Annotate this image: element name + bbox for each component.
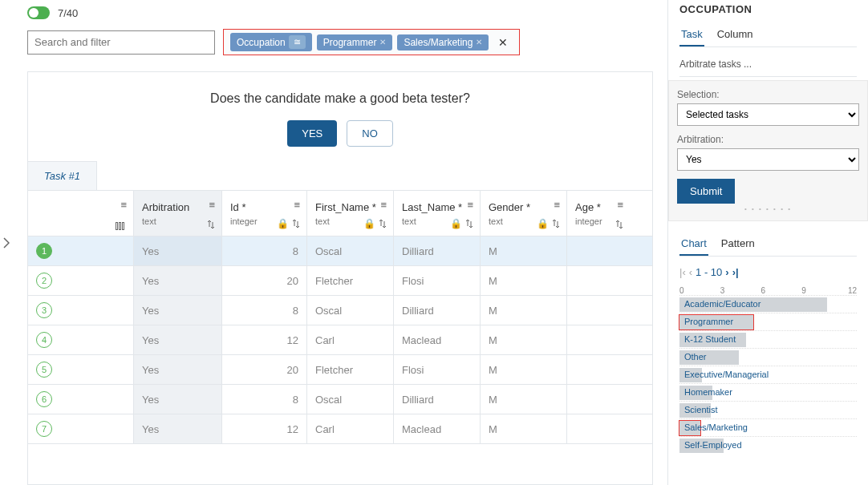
row-number-badge[interactable]: 5: [36, 362, 52, 378]
pager-first-icon[interactable]: |‹: [679, 266, 686, 278]
table-row[interactable]: 7Yes12CarlMacleadM: [28, 414, 652, 444]
sort-icon[interactable]: [615, 220, 623, 229]
chart-bar-row[interactable]: K-12 Student: [679, 330, 857, 348]
column-header[interactable]: ≡: [28, 191, 134, 236]
column-header[interactable]: First_Name *text≡🔒: [307, 191, 394, 236]
table-row[interactable]: 1Yes8OscalDilliardM: [28, 236, 652, 266]
row-number-badge[interactable]: 3: [36, 302, 52, 318]
side-tab-column[interactable]: Column: [716, 23, 755, 46]
filter-toggle[interactable]: [27, 6, 50, 19]
table-row[interactable]: 5Yes20FletcherFlosiM: [28, 355, 652, 385]
table-row[interactable]: 4Yes12CarlMacleadM: [28, 325, 652, 355]
cell-last-name: Maclead: [394, 325, 481, 354]
cell-arbitration: Yes: [134, 266, 222, 295]
cell-age: [567, 325, 630, 354]
filter-field-chip[interactable]: Occupation ≅: [230, 33, 312, 51]
pager-last-icon[interactable]: ›|: [732, 266, 739, 278]
sort-icon[interactable]: [465, 219, 473, 228]
cell-last-name: Dilliard: [394, 385, 481, 414]
chart-bar-row[interactable]: Scientist: [679, 401, 857, 418]
side-tab-task[interactable]: Task: [679, 23, 704, 46]
cell-arbitration: Yes: [134, 236, 222, 265]
column-header[interactable]: Last_Name *text≡🔒: [394, 191, 481, 236]
pager-prev-icon[interactable]: ‹: [689, 266, 692, 278]
lock-icon: 🔒: [537, 218, 549, 229]
arbitration-select[interactable]: Yes: [677, 148, 859, 171]
cell-age: [567, 266, 630, 295]
row-number-badge[interactable]: 7: [36, 421, 52, 437]
chart-bar-label: Sales/Marketing: [684, 422, 748, 432]
answer-yes-button[interactable]: YES: [287, 120, 337, 147]
row-number-badge[interactable]: 6: [36, 391, 52, 407]
table-row[interactable]: 6Yes8OscalDilliardM: [28, 385, 652, 414]
chart-bar-label: Self-Employed: [684, 440, 742, 450]
task-question: Does the candidate make a good beta test…: [28, 72, 652, 112]
cell-gender: M: [481, 414, 567, 443]
cell-last-name: Maclead: [394, 414, 481, 443]
clear-filter-icon[interactable]: ✕: [493, 36, 513, 49]
chart-bar-row[interactable]: Other: [679, 348, 857, 366]
column-header[interactable]: Gender *text≡🔒: [481, 191, 567, 236]
table-row[interactable]: 3Yes8OscalDilliardM: [28, 296, 652, 325]
sort-icon[interactable]: [292, 219, 300, 228]
selection-select[interactable]: Selected tasks: [677, 103, 859, 126]
lock-icon: 🔒: [363, 218, 375, 229]
column-header[interactable]: Id *integer≡🔒: [222, 191, 307, 236]
data-grid: ≡Arbitrationtext≡Id *integer≡🔒First_Name…: [28, 191, 652, 484]
column-header[interactable]: Age *integer≡: [567, 191, 630, 236]
remove-chip-icon[interactable]: ✕: [379, 38, 386, 46]
record-count: 7/40: [58, 7, 78, 19]
answer-no-button[interactable]: NO: [347, 120, 393, 147]
cell-age: [567, 236, 630, 265]
chart-bar-row[interactable]: Homemaker: [679, 383, 857, 401]
row-number-badge[interactable]: 1: [36, 243, 52, 259]
chart-bar-label: Scientist: [684, 405, 718, 414]
cell-first-name: Fletcher: [307, 355, 394, 384]
sort-icon[interactable]: [207, 220, 215, 229]
table-row[interactable]: 2Yes20FletcherFlosiM: [28, 266, 652, 296]
filter-operator: ≅: [289, 35, 306, 49]
sort-icon[interactable]: [379, 219, 387, 228]
cell-gender: M: [481, 385, 567, 414]
filter-value-chip[interactable]: Sales/Marketing✕: [397, 34, 489, 51]
cell-arbitration: Yes: [134, 414, 222, 443]
chart-bar-row[interactable]: Self-Employed: [679, 436, 857, 454]
cell-first-name: Oscal: [307, 296, 394, 325]
cell-age: [567, 355, 630, 384]
resize-handle[interactable]: • • • • • • •: [677, 205, 859, 212]
side-tab-pattern[interactable]: Pattern: [720, 232, 756, 256]
cell-gender: M: [481, 355, 567, 384]
axis-tick: 0: [679, 286, 720, 295]
cell-id: 12: [222, 414, 307, 443]
cell-last-name: Flosi: [394, 355, 481, 384]
side-tab-chart[interactable]: Chart: [679, 232, 708, 256]
cell-id: 12: [222, 325, 307, 354]
row-number-badge[interactable]: 2: [36, 273, 52, 289]
column-header[interactable]: Arbitrationtext≡: [134, 191, 222, 236]
chart-bar-row[interactable]: Sales/Marketing: [679, 418, 857, 436]
columns-icon[interactable]: [116, 221, 127, 229]
cell-arbitration: Yes: [134, 385, 222, 414]
search-input[interactable]: [27, 30, 215, 55]
cell-id: 8: [222, 385, 307, 414]
axis-tick: 12: [842, 286, 857, 295]
task-tab[interactable]: Task #1: [28, 161, 97, 190]
cell-gender: M: [481, 236, 567, 265]
submit-button[interactable]: Submit: [677, 179, 735, 204]
cell-age: [567, 296, 630, 325]
remove-chip-icon[interactable]: ✕: [476, 38, 482, 46]
cell-last-name: Dilliard: [394, 236, 481, 265]
expand-panel-handle[interactable]: [0, 0, 13, 485]
filter-value-chip[interactable]: Programmer✕: [317, 34, 393, 51]
row-number-badge[interactable]: 4: [36, 332, 52, 348]
chart-bar-row[interactable]: Programmer: [679, 313, 857, 330]
pager-next-icon[interactable]: ›: [725, 266, 728, 278]
cell-gender: M: [481, 325, 567, 354]
chart-bar-row[interactable]: Academic/Educator: [679, 295, 857, 313]
cell-age: [567, 414, 630, 443]
cell-gender: M: [481, 266, 567, 295]
lock-icon: 🔒: [450, 218, 462, 229]
sort-icon[interactable]: [552, 219, 560, 228]
chart-bar-row[interactable]: Executive/Managerial: [679, 366, 857, 383]
cell-first-name: Carl: [307, 325, 394, 354]
